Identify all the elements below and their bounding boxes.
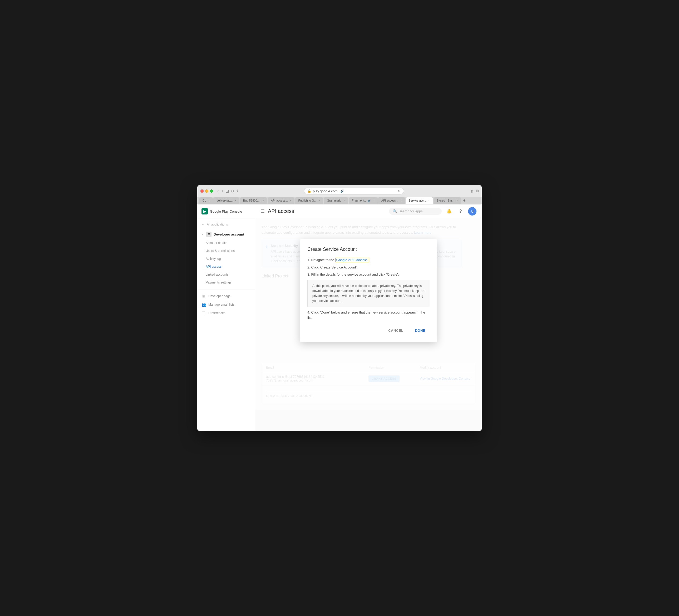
dialog-step-1: 1. Navigate to the Google API Console. [308, 257, 429, 263]
tab-stores[interactable]: Stores - Sm...× [433, 197, 461, 204]
tabs-bar: Cc× delivery.ac...× Bug 59400:...× API a… [197, 197, 482, 204]
sound-icon: 🔊 [340, 189, 344, 193]
new-tab-button[interactable]: + [462, 197, 467, 204]
sidebar: ▶ Google Play Console ← All applications… [197, 205, 255, 431]
dialog-step-2: 2. Click 'Create Service Account'. [308, 265, 429, 270]
sidebar-item-developer-page[interactable]: 🖥 Developer page [197, 292, 255, 300]
tab-bug[interactable]: Bug 59400:...× [240, 197, 267, 204]
dialog-title: Create Service Account [308, 247, 429, 252]
nav-buttons: ‹ › ⊡ [216, 188, 229, 194]
back-link-label: All applications [207, 223, 228, 226]
dialog-info-box: At this point, you will have the option … [308, 280, 429, 307]
dialog-step-3: 3. Fill in the details for the service a… [308, 272, 429, 277]
manage-email-label: Manage email lists [208, 303, 234, 306]
hamburger-icon[interactable]: ☰ [260, 208, 265, 214]
dialog-container: Create Service Account 1. Navigate to th… [300, 239, 437, 342]
url-text: play.google.com [313, 189, 338, 193]
top-bar-right: 🔍 Search for apps 🔔 ? U [389, 207, 477, 216]
browser-chrome: ‹ › ⊡ ⚙ ℹ 🔒 play.google.com 🔊 ↻ ⬆ ⧉ [197, 185, 482, 205]
developer-account-section: ▼ ☰ Developer account Account details Us… [197, 228, 255, 287]
address-bar[interactable]: 🔒 play.google.com 🔊 ↻ [304, 188, 404, 194]
preferences-icon: ☰ [201, 311, 206, 315]
play-logo: ▶ [201, 208, 208, 214]
page-content: The Google Play Developer Publishing API… [255, 218, 482, 410]
developer-page-icon: 🖥 [201, 294, 206, 298]
tab-cc[interactable]: Cc× [199, 197, 213, 204]
sidebar-item-manage-email[interactable]: 👥 Manage email lists [197, 300, 255, 309]
sidebar-item-users-permissions[interactable]: Users & permissions [197, 247, 255, 255]
main-content: ☰ API access 🔍 Search for apps 🔔 ? U [255, 205, 482, 431]
developer-account-label: Developer account [214, 233, 244, 236]
expand-icon: ▼ [201, 233, 204, 236]
sidebar-item-preferences[interactable]: ☰ Preferences [197, 309, 255, 317]
tab-service-acc[interactable]: Service acc...× [406, 197, 433, 204]
tab-fragment[interactable]: Fragment... 🔊× [349, 197, 378, 204]
tab-delivery[interactable]: delivery.ac...× [213, 197, 239, 204]
back-button[interactable]: ‹ [216, 188, 220, 194]
dialog-step-4: 4. Click "Done" below and ensure that th… [308, 310, 429, 320]
preferences-label: Preferences [208, 311, 225, 315]
tab-grammarly[interactable]: Grammarly× [324, 197, 348, 204]
help-icon[interactable]: ? [456, 207, 465, 216]
reload-icon[interactable]: ↻ [397, 189, 400, 193]
sidebar-back-link[interactable]: ← All applications [197, 220, 255, 228]
search-bar[interactable]: 🔍 Search for apps [389, 208, 442, 215]
dialog-actions: CANCEL DONE [308, 327, 429, 335]
sidebar-header: ▶ Google Play Console [197, 205, 255, 218]
developer-account-icon: ☰ [206, 232, 212, 237]
search-icon: 🔍 [393, 209, 397, 213]
info-icon[interactable]: ℹ [236, 189, 238, 193]
search-placeholder: Search for apps [398, 209, 423, 213]
create-service-account-dialog: Create Service Account 1. Navigate to th… [300, 239, 437, 342]
browser-window: ‹ › ⊡ ⚙ ℹ 🔒 play.google.com 🔊 ↻ ⬆ ⧉ [197, 185, 482, 431]
developer-page-label: Developer page [208, 294, 231, 298]
sidebar-item-payments-settings[interactable]: Payments settings [197, 278, 255, 286]
sidebar-divider [197, 289, 255, 290]
settings-icon[interactable]: ⚙ [231, 189, 234, 193]
sidebar-item-linked-accounts[interactable]: Linked accounts [197, 271, 255, 278]
dialog-info-text: At this point, you will have the option … [312, 284, 424, 303]
sidebar-app-name: Google Play Console [210, 210, 242, 213]
google-api-console-link[interactable]: Google API Console. [335, 258, 369, 262]
app-layout: ▶ Google Play Console ← All applications… [197, 205, 482, 431]
sidebar-item-activity-log[interactable]: Activity log [197, 255, 255, 263]
forward-button[interactable]: › [221, 188, 224, 194]
sidebar-nav: ← All applications ▼ ☰ Developer account… [197, 218, 255, 431]
tab-api-access-2[interactable]: API access...× [378, 197, 405, 204]
top-bar-left: ☰ API access [260, 208, 294, 214]
share-icon[interactable]: ⬆ [470, 189, 474, 194]
minimize-button[interactable] [205, 189, 208, 193]
title-bar: ‹ › ⊡ ⚙ ℹ 🔒 play.google.com 🔊 ↻ ⬆ ⧉ [197, 185, 482, 197]
developer-account-header[interactable]: ▼ ☰ Developer account [197, 229, 255, 239]
sidebar-item-account-details[interactable]: Account details [197, 239, 255, 247]
tab-overview-button[interactable]: ⊡ [225, 188, 229, 194]
close-button[interactable] [200, 189, 203, 193]
back-arrow-icon: ← [201, 223, 205, 226]
traffic-lights [200, 189, 213, 193]
tab-api-access-1[interactable]: API access...× [268, 197, 294, 204]
lock-icon: 🔒 [308, 189, 311, 193]
maximize-button[interactable] [210, 189, 213, 193]
cancel-button[interactable]: CANCEL [384, 327, 408, 335]
new-window-icon[interactable]: ⧉ [476, 189, 479, 194]
notifications-icon[interactable]: 🔔 [445, 207, 453, 216]
tab-publish[interactable]: Publish to G...× [295, 197, 323, 204]
sidebar-item-api-access[interactable]: API access [197, 263, 255, 271]
manage-email-icon: 👥 [201, 303, 206, 307]
top-bar: ☰ API access 🔍 Search for apps 🔔 ? U [255, 205, 482, 218]
page-title: API access [268, 208, 294, 214]
avatar[interactable]: U [468, 207, 477, 216]
done-button[interactable]: DONE [411, 327, 429, 335]
